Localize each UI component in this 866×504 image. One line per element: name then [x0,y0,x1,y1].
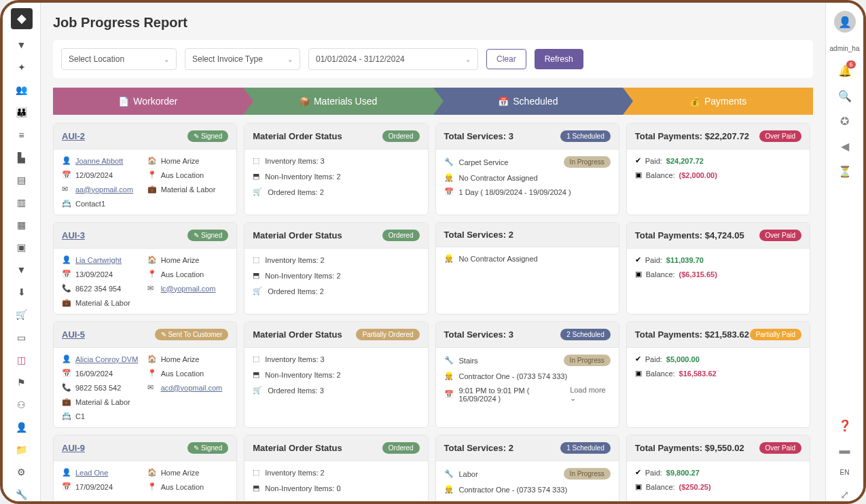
briefcase-icon[interactable]: ▣ [15,241,29,254]
list-icon[interactable]: ≡ [15,128,29,141]
person-icon: 👤 [62,156,71,165]
report-row: AUI-5✎ Sent To Customer 👤Alicia Conroy D… [53,321,810,428]
sidebar-right: 👤 admin_ha 🔔 6 🔍 ✪ ◀ ⏳ ❓ ▬ EN ⤢ [825,3,863,501]
date-range-select[interactable]: 01/01/2024 - 31/12/2024⌄ [308,48,478,70]
tab-payments[interactable]: 💰Payments [623,88,813,115]
balance-amount: ($2,000.00) [679,171,717,179]
invoice-type-select[interactable]: Select Invoice Type⌄ [185,48,300,70]
cart-icon[interactable]: 🛒 [15,308,29,321]
svc-icon: 🔧 [444,158,454,166]
svc-icon: 🔧 [444,356,454,365]
screen-icon[interactable]: ▭ [15,331,29,344]
cart-icon: 🛒 [253,287,262,295]
chevron-down-icon: ⌄ [465,56,471,63]
customer-link[interactable]: Lead One [75,469,108,477]
hourglass-icon[interactable]: ⏳ [838,165,852,178]
email-link[interactable]: aa@yopmail.com [75,185,133,194]
scheduled-card: Total Services: 32 Scheduled 🔧StairsIn P… [435,321,619,428]
inventory-icon: ⬚ [253,355,259,363]
customer-link[interactable]: Alicia Conroy DVM [75,355,138,363]
refresh-button[interactable]: Refresh [535,49,583,69]
workorder-id-link[interactable]: AUI-9 [62,443,85,453]
doc1-icon[interactable]: ▤ [15,173,29,186]
flag-icon[interactable]: ⚑ [15,376,29,389]
status-badge: Over Paid [759,230,801,241]
customer-link[interactable]: Joanne Abbott [75,157,123,165]
cart-icon: 🛒 [253,386,262,395]
tab-materials[interactable]: 📦Materials Used [243,88,433,115]
calendar-icon: 📅 [62,482,71,491]
noninventory-icon: ⬒ [253,370,259,379]
doc2-icon[interactable]: ▥ [15,196,29,209]
calendar-icon: 📅 [62,270,71,278]
location-select[interactable]: Select Location⌄ [61,48,177,70]
expand-icon[interactable]: ⤢ [840,488,849,501]
team-icon[interactable]: 👪 [15,106,29,119]
status-badge: 2 Scheduled [560,329,611,340]
search-icon[interactable]: 🔍 [838,90,852,103]
cart-icon: 🛒 [253,187,262,196]
email-link[interactable]: acd@yopmail.com [161,384,223,392]
paid-amount: $24,207.72 [666,157,704,165]
phone-icon: 📞 [62,284,71,293]
chart-icon[interactable]: ✦ [15,61,29,74]
balance-icon: ▣ [635,270,642,278]
filter-icon[interactable]: ▼ [15,39,29,52]
scheduled-card: Total Services: 2 👷No Contractor Assigne… [435,222,619,314]
sidebar-left: ◆ ▼ ✦ 👥 👪 ≡ ▙ ▤ ▥ ▦ ▣ ▼ ⬇ 🛒 ▭ ◫ ⚑ ⚇ 👤 📁 … [3,3,41,501]
box-icon[interactable]: ▼ [15,264,29,276]
progress-tabs: 📄Workorder 📦Materials Used 📅Scheduled 💰P… [53,88,813,115]
payments-card: Total Payments: $21,583.62Partially Paid… [626,321,810,428]
home-icon: 🏠 [147,156,157,165]
doc3-icon[interactable]: ▦ [15,218,29,231]
filter-bar: Select Location⌄ Select Invoice Type⌄ 01… [53,40,813,78]
folder-icon[interactable]: 📁 [15,444,29,456]
customer-link[interactable]: Lia Cartwright [75,256,122,264]
bar-icon[interactable]: ▙ [15,151,29,164]
menu-icon[interactable]: ▬ [840,444,850,456]
scheduled-card: Total Services: 21 Scheduled 🔧LaborIn Pr… [435,435,619,501]
notifications-button[interactable]: 🔔 6 [838,65,852,77]
payments-card: Total Payments: $9,550.02Over Paid ✔Paid… [626,435,810,501]
status-badge: ✎ Signed [187,130,228,142]
status-badge: In Progress [564,156,611,168]
person-icon: 👤 [62,468,71,477]
send-icon[interactable]: ◀ [841,140,849,153]
status-badge: Partially Ordered [356,329,419,340]
inventory-icon: ⬚ [253,255,259,264]
payments-card: Total Payments: $4,724.05Over Paid ✔Paid… [626,222,810,314]
clear-button[interactable]: Clear [486,49,526,69]
gear-icon[interactable]: ⚙ [15,466,29,479]
check-icon: ✔ [635,156,641,165]
balance-icon: ▣ [635,369,642,378]
workorder-id-link[interactable]: AUI-3 [62,230,85,240]
noninventory-icon: ⬒ [253,172,259,181]
tab-workorder[interactable]: 📄Workorder [53,88,243,115]
payments-card: Total Payments: $22,207.72Over Paid ✔Pai… [626,123,810,215]
help-icon[interactable]: ❓ [838,419,852,432]
avatar[interactable]: 👤 [834,11,856,33]
pin-icon: 📍 [147,270,157,278]
tab-scheduled[interactable]: 📅Scheduled [433,88,624,115]
report-icon[interactable]: ◫ [15,353,29,366]
add-icon[interactable]: ✪ [840,115,849,128]
status-badge: ✎ Sent To Customer [155,329,229,340]
lang-code[interactable]: EN [840,469,850,476]
calendar-icon: 📅 [62,369,71,378]
email-icon: ✉ [62,185,71,194]
load-more-button[interactable]: Load more ⌄ [570,386,611,403]
balance-amount: ($250.25) [679,483,711,491]
app-logo[interactable]: ◆ [11,8,33,29]
users-icon[interactable]: 👥 [15,84,29,96]
download-icon[interactable]: ⬇ [15,286,29,299]
person-icon[interactable]: ⚇ [15,398,29,411]
pin-icon: 📍 [147,482,157,491]
workorder-id-link[interactable]: AUI-5 [62,329,85,340]
workorder-id-link[interactable]: AUI-2 [62,131,85,141]
calendar-icon: 📅 [62,170,71,179]
email-link[interactable]: lc@yopmail.com [161,285,216,293]
status-badge: Ordered [382,230,420,241]
contact-icon: 📇 [62,412,71,420]
user-icon[interactable]: 👤 [15,420,29,433]
wrench-icon[interactable]: 🔧 [15,488,29,501]
